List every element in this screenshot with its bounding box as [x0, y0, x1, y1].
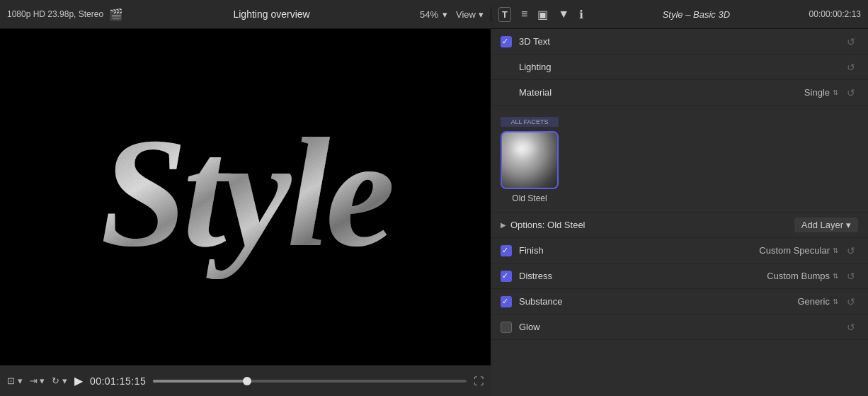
transform-button[interactable]: ⇥ ▾	[30, 375, 45, 386]
top-bar-right: T ≡ ▣ ▼ ℹ Style – Basic 3D 00:00:00:2:13	[491, 7, 868, 22]
video-panel: Style Style ⊡ ▾ ⇥ ▾ ↻ ▾ ▶ 00:01:15:15 ⛶	[0, 29, 491, 396]
options-label: Options: Old Steel	[510, 220, 794, 230]
3d-text-row: 3D Text ↺	[491, 29, 868, 55]
distress-checkbox[interactable]	[501, 271, 512, 282]
viewer-title: Lighting overview	[132, 9, 411, 20]
material-updown-icon: ⇅	[833, 89, 838, 96]
distress-label: Distress	[519, 271, 767, 281]
filter-tool-icon[interactable]: ▼	[558, 8, 569, 21]
add-layer-label: Add Layer	[801, 220, 843, 230]
substance-reset-icon[interactable]: ↺	[844, 295, 858, 309]
swatch-name: Old Steel	[512, 193, 547, 203]
lighting-row: Lighting ↺	[491, 55, 868, 80]
material-row: Material Single ⇅ ↺	[491, 80, 868, 106]
timecode-display-top: 00:00:00:2:13	[809, 9, 861, 19]
top-bar: 1080p HD 23.98p, Stereo 🎬 Lighting overv…	[0, 0, 868, 29]
finish-value[interactable]: Custom Specular ⇅	[759, 245, 838, 256]
svg-text:Style: Style	[101, 106, 392, 279]
top-bar-left: 1080p HD 23.98p, Stereo 🎬 Lighting overv…	[0, 8, 491, 21]
distress-updown-icon: ⇅	[833, 272, 838, 280]
expand-button[interactable]: ⛶	[474, 375, 484, 387]
material-swatch-area: ALL FACETS Old Steel	[491, 106, 868, 213]
align-tool-icon[interactable]: ≡	[521, 8, 527, 21]
play-button[interactable]: ▶	[74, 374, 83, 387]
swatch-image[interactable]	[501, 131, 559, 189]
finish-row: Finish Custom Specular ⇅ ↺	[491, 238, 868, 264]
distress-row: Distress Custom Bumps ⇅ ↺	[491, 264, 868, 289]
swatch-item[interactable]: ALL FACETS Old Steel	[501, 117, 559, 203]
timecode-display: 00:01:15:15	[90, 375, 146, 387]
view-menu[interactable]: View ▾	[456, 9, 484, 20]
substance-value[interactable]: Generic ⇅	[797, 296, 838, 307]
progress-bar[interactable]	[153, 380, 467, 383]
add-layer-button[interactable]: Add Layer ▾	[794, 217, 858, 232]
screen-mode-button[interactable]: ⊡ ▾	[7, 375, 23, 386]
lighting-reset-icon[interactable]: ↺	[844, 60, 858, 74]
zoom-value: 54%	[420, 9, 438, 20]
text-tool-icon[interactable]: T	[498, 7, 511, 22]
glow-row: Glow ↺	[491, 315, 868, 340]
substance-row: Substance Generic ⇅ ↺	[491, 289, 868, 315]
zoom-control[interactable]: 54% ▾	[420, 9, 447, 20]
material-value-text: Single	[804, 87, 830, 98]
3d-text-reset-icon[interactable]: ↺	[844, 35, 858, 49]
options-row: ▶ Options: Old Steel Add Layer ▾	[491, 213, 868, 238]
finish-checkbox[interactable]	[501, 245, 512, 256]
substance-checkbox[interactable]	[501, 296, 512, 307]
video-info: 1080p HD 23.98p, Stereo 🎬	[7, 8, 123, 21]
toolbar-icons: T ≡ ▣ ▼ ℹ	[498, 7, 583, 22]
add-layer-chevron-icon: ▾	[846, 220, 851, 230]
substance-updown-icon: ⇅	[833, 298, 838, 305]
substance-label: Substance	[519, 296, 797, 307]
3d-text-label: 3D Text	[519, 36, 838, 47]
speed-button[interactable]: ↻ ▾	[52, 375, 67, 386]
view-label: View	[456, 9, 476, 20]
panel-title: Style – Basic 3D	[663, 9, 730, 20]
swatch-facet-label: ALL FACETS	[501, 117, 559, 127]
distress-reset-icon[interactable]: ↺	[844, 269, 858, 283]
material-label: Material	[519, 87, 804, 98]
zoom-chevron-icon: ▾	[442, 9, 447, 20]
video-tool-icon[interactable]: ▣	[537, 8, 548, 21]
video-controls: ⊡ ▾ ⇥ ▾ ↻ ▾ ▶ 00:01:15:15 ⛶	[0, 365, 491, 396]
info-tool-icon[interactable]: ℹ	[579, 8, 583, 21]
glow-label: Glow	[519, 322, 838, 332]
style-text-svg: Style Style	[40, 62, 451, 332]
view-chevron-icon: ▾	[479, 9, 484, 20]
options-triangle-icon[interactable]: ▶	[501, 221, 506, 229]
video-canvas: Style Style	[0, 29, 491, 365]
progress-thumb	[243, 377, 251, 385]
3d-text-checkbox[interactable]	[501, 36, 512, 47]
finish-value-text: Custom Specular	[759, 245, 830, 256]
main-content: Style Style ⊡ ▾ ⇥ ▾ ↻ ▾ ▶ 00:01:15:15 ⛶ …	[0, 29, 868, 396]
finish-reset-icon[interactable]: ↺	[844, 244, 858, 258]
right-panel: 3D Text ↺ Lighting ↺ Material Single ⇅ ↺…	[491, 29, 868, 396]
distress-value[interactable]: Custom Bumps ⇅	[767, 271, 838, 281]
progress-fill	[153, 380, 247, 383]
material-reset-icon[interactable]: ↺	[844, 86, 858, 100]
glow-checkbox[interactable]	[501, 322, 512, 333]
finish-updown-icon: ⇅	[833, 247, 838, 254]
material-value[interactable]: Single ⇅	[804, 87, 838, 98]
finish-label: Finish	[519, 245, 759, 256]
clapper-icon: 🎬	[109, 8, 123, 21]
glow-reset-icon[interactable]: ↺	[844, 320, 858, 334]
video-spec: 1080p HD 23.98p, Stereo	[7, 9, 103, 19]
substance-value-text: Generic	[797, 296, 830, 307]
distress-value-text: Custom Bumps	[767, 271, 830, 281]
lighting-label: Lighting	[519, 62, 838, 72]
